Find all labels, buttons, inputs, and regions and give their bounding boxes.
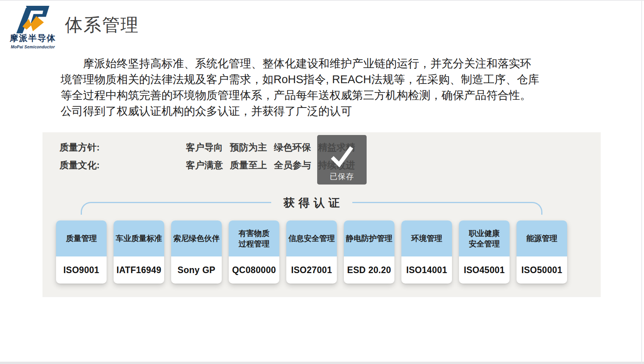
cert-card: 能源管理 ISO50001 <box>517 220 567 284</box>
cert-card-code: QC080000 <box>229 256 279 284</box>
cert-card-code: ISO14001 <box>401 256 452 284</box>
page-title: 体系管理 <box>65 13 139 37</box>
quality-policy-label: 质量方针: <box>59 141 186 154</box>
cert-card: 有害物质 过程管理 QC080000 <box>229 220 279 284</box>
cert-card-name: 静电防护管理 <box>344 220 394 256</box>
quality-policy-value: 绿色环保 <box>274 141 311 154</box>
cert-card-name: 质量管理 <box>56 220 107 256</box>
cert-card: 索尼绿色伙伴 Sony GP <box>171 220 222 284</box>
cert-card-code: ISO45001 <box>459 256 510 284</box>
bottom-edge-bar <box>0 362 644 364</box>
cert-card: 环境管理 ISO14001 <box>401 220 452 284</box>
saved-toast-label: 已保存 <box>330 171 354 182</box>
intro-paragraph: 摩派始终坚持高标准、系统化管理、整体化建设和维护产业链的运行，并充分关注和落实环… <box>61 56 574 119</box>
cert-card: 职业健康 安全管理 ISO45001 <box>459 220 510 284</box>
cert-card-code: Sony GP <box>171 256 222 284</box>
cert-card: 静电防护管理 ESD 20.20 <box>344 220 394 284</box>
quality-culture-value: 质量至上 <box>230 159 267 171</box>
cert-card-code: IATF16949 <box>114 256 164 284</box>
checkmark-icon <box>329 145 355 167</box>
cert-card-name: 信息安全管理 <box>286 220 337 256</box>
quality-culture-label: 质量文化: <box>59 159 186 171</box>
cert-card: 质量管理 ISO9001 <box>56 220 107 284</box>
quality-culture-value: 客户满意 <box>186 159 223 171</box>
cert-card-code: ISO27001 <box>286 256 337 284</box>
quality-policy-value: 预防为主 <box>230 141 267 154</box>
cert-card-code: ESD 20.20 <box>344 256 394 284</box>
certifications-bracket: 获得认证 <box>81 202 542 215</box>
cert-card-name: 车业质量标准 <box>114 220 164 256</box>
logo-mark-icon <box>12 2 54 34</box>
quality-policy-value: 客户导向 <box>186 141 223 154</box>
cert-card-name: 能源管理 <box>517 220 567 256</box>
certifications-title: 获得认证 <box>271 195 352 211</box>
cert-card-name: 有害物质 过程管理 <box>229 220 279 256</box>
cert-card-code: ISO9001 <box>56 256 107 284</box>
company-logo: 摩派半导体 MoPai Semiconductor <box>8 2 57 49</box>
logo-cn-text: 摩派半导体 <box>8 32 57 44</box>
logo-en-text: MoPai Semiconductor <box>8 44 57 49</box>
cert-card-name: 索尼绿色伙伴 <box>171 220 222 256</box>
cert-card: 车业质量标准 IATF16949 <box>114 220 164 284</box>
cert-card-code: ISO50001 <box>517 256 567 284</box>
cert-card-name: 职业健康 安全管理 <box>459 220 510 256</box>
right-edge-line <box>641 0 642 364</box>
quality-panel: 质量方针: 客户导向 预防为主 绿色环保 精益求精 质量文化: 客户满意 质量至… <box>42 132 601 297</box>
certification-cards: 质量管理 ISO9001 车业质量标准 IATF16949 索尼绿色伙伴 Son… <box>56 220 567 284</box>
saved-toast: 已保存 <box>317 135 367 185</box>
top-edge-line <box>0 0 644 1</box>
cert-card: 信息安全管理 ISO27001 <box>286 220 337 284</box>
cert-card-name: 环境管理 <box>401 220 452 256</box>
quality-culture-value: 全员参与 <box>274 159 311 171</box>
